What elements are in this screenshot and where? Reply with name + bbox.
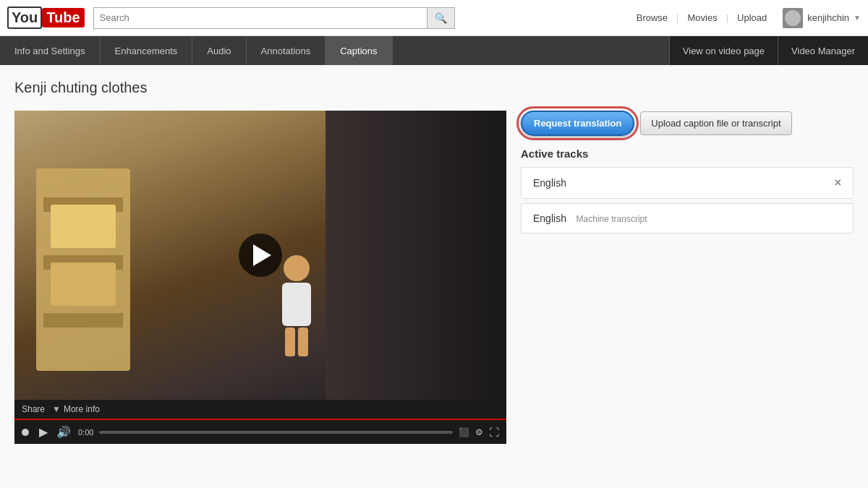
tab-bar: Info and Settings Enhancements Audio Ann… — [0, 36, 868, 65]
more-info-button[interactable]: ▼ More info — [52, 404, 100, 414]
nav-upload[interactable]: Upload — [728, 12, 775, 23]
video-share-bar: Share ▼ More info — [14, 400, 506, 419]
play-pause-button[interactable]: ▶ — [38, 424, 49, 440]
tab-audio[interactable]: Audio — [192, 36, 246, 65]
search-button[interactable]: 🔍 — [427, 7, 455, 29]
video-thumbnail — [14, 111, 506, 400]
video-wrapper[interactable] — [14, 111, 506, 400]
more-info-label: More info — [64, 404, 100, 414]
settings-icon[interactable]: ⚙ — [475, 427, 483, 437]
tab-captions[interactable]: Captions — [326, 36, 392, 65]
video-manager-button[interactable]: Video Manager — [778, 36, 868, 65]
top-nav-links: Browse | Movies | Upload kenjihchin ▼ — [628, 8, 861, 28]
tab-enhancements[interactable]: Enhancements — [101, 36, 193, 65]
track-left: English — [533, 177, 566, 189]
tab-annotations[interactable]: Annotations — [247, 36, 326, 65]
logo-you: You — [7, 7, 42, 29]
track-name-machine: English — [533, 213, 566, 224]
indicator-icon — [22, 429, 29, 436]
search-input[interactable] — [93, 7, 427, 29]
video-title: Kenji chuting clothes — [14, 80, 854, 96]
username[interactable]: kenjihchin — [807, 12, 849, 23]
top-bar: YouTube 🔍 Browse | Movies | Upload kenji… — [0, 0, 868, 36]
nav-browse[interactable]: Browse — [628, 12, 676, 23]
nav-movies[interactable]: Movies — [678, 12, 726, 23]
play-button-overlay[interactable] — [239, 234, 282, 277]
video-controls: ▶ 🔊 0:00 ⬛ ⚙ ⛶ — [14, 419, 506, 444]
view-on-video-page-button[interactable]: View on video page — [669, 36, 778, 65]
request-translation-button[interactable]: Request translation — [521, 111, 634, 136]
right-panel: Request translation Upload caption file … — [521, 111, 854, 238]
caption-actions: Request translation Upload caption file … — [521, 111, 854, 136]
logo-tube: Tube — [42, 8, 84, 27]
search-container: 🔍 — [93, 7, 455, 29]
youtube-logo[interactable]: YouTube — [7, 7, 85, 29]
track-item-english[interactable]: English × — [521, 167, 854, 199]
avatar — [783, 8, 803, 28]
content-area: Share ▼ More info ▶ 🔊 0:00 ⬛ ⚙ ⛶ Req — [14, 111, 854, 444]
caption-icon[interactable]: ⬛ — [459, 427, 469, 437]
video-player: Share ▼ More info ▶ 🔊 0:00 ⬛ ⚙ ⛶ — [14, 111, 506, 444]
upload-caption-button[interactable]: Upload caption file or transcript — [640, 111, 791, 135]
main-content: Kenji chuting clothes — [0, 65, 868, 488]
active-tracks-label: Active tracks — [521, 147, 854, 160]
share-button[interactable]: Share — [22, 404, 45, 414]
track-name-english: English — [533, 177, 566, 189]
progress-bar[interactable] — [99, 431, 453, 434]
track-left-machine: English Machine transcript — [533, 213, 647, 224]
track-item-machine-transcript[interactable]: English Machine transcript — [521, 203, 854, 234]
volume-button[interactable]: 🔊 — [55, 424, 72, 440]
track-type-machine: Machine transcript — [576, 214, 647, 224]
play-triangle-icon — [253, 244, 271, 266]
user-dropdown-arrow[interactable]: ▼ — [854, 14, 861, 22]
avatar-icon — [785, 10, 801, 26]
time-display: 0:00 — [78, 428, 93, 437]
track-close-button[interactable]: × — [835, 176, 841, 189]
tab-actions: View on video page Video Manager — [669, 36, 868, 65]
fullscreen-button[interactable]: ⛶ — [489, 427, 499, 438]
more-info-arrow-icon: ▼ — [52, 404, 61, 414]
user-area: kenjihchin ▼ — [783, 8, 861, 28]
tab-info-settings[interactable]: Info and Settings — [0, 36, 101, 65]
